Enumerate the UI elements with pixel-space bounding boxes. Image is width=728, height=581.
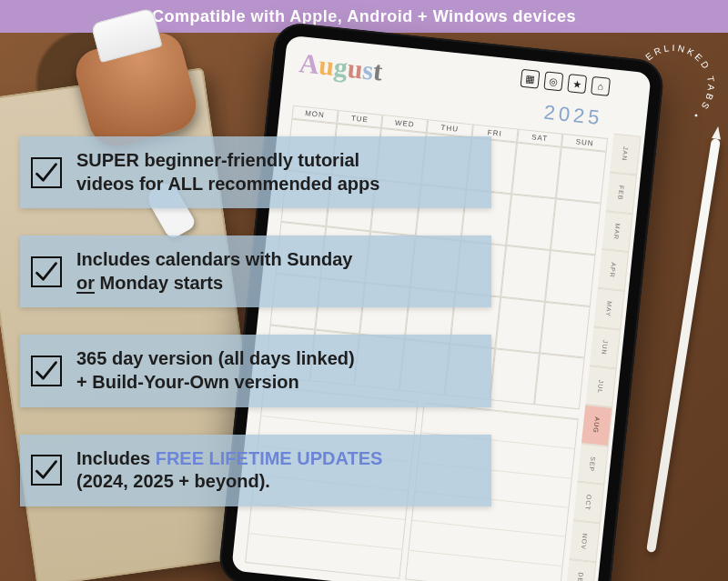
feature-text-line2: + Build-Your-Own version <box>76 372 299 392</box>
tab-oct[interactable]: OCT <box>573 482 604 524</box>
tab-sep[interactable]: SEP <box>577 443 608 485</box>
feature-text-line1: Includes calendars with Sunday <box>76 249 352 269</box>
checkmark-icon <box>31 157 62 188</box>
tab-nov[interactable]: NOV <box>569 521 600 563</box>
tab-mar[interactable]: MAR <box>602 211 632 253</box>
checkmark-icon <box>31 356 62 386</box>
feature-tutorials: SUPER beginner-friendly tutorial videos … <box>20 136 491 208</box>
tab-jun[interactable]: JUN <box>590 327 621 369</box>
feature-text-line2: (2024, 2025 + beyond). <box>76 471 270 491</box>
feature-week-start: Includes calendars with Sunday or Monday… <box>20 235 491 307</box>
banner-text: Compatible with Apple, Android + Windows… <box>152 7 576 26</box>
accent-free-updates: FREE LIFETIME UPDATES <box>156 448 383 468</box>
tab-apr[interactable]: APR <box>598 249 629 291</box>
month-title: August <box>298 47 384 86</box>
tab-jan[interactable]: JAN <box>610 134 641 175</box>
feature-text-line1: 365 day version (all days linked) <box>76 348 355 368</box>
feature-versions: 365 day version (all days linked) + Buil… <box>20 335 491 406</box>
calendar-icon[interactable]: ▦ <box>520 69 540 89</box>
feature-text-line1: SUPER beginner-friendly tutorial <box>76 150 359 170</box>
tab-may[interactable]: MAY <box>593 288 624 330</box>
feature-text-line2: videos for ALL recommended apps <box>76 174 379 194</box>
year-label: 2025 <box>542 101 603 131</box>
tab-aug[interactable]: AUG <box>581 405 612 446</box>
feature-list: SUPER beginner-friendly tutorial videos … <box>20 136 491 506</box>
tab-dec[interactable]: DEC <box>565 559 596 581</box>
grid-icon[interactable]: ◎ <box>543 71 563 91</box>
checkmark-icon <box>31 455 62 486</box>
star-icon[interactable]: ★ <box>567 74 587 94</box>
tab-jul[interactable]: JUL <box>585 366 616 407</box>
home-icon[interactable]: ⌂ <box>591 76 611 96</box>
feature-updates: Includes FREE LIFETIME UPDATES (2024, 20… <box>20 435 491 506</box>
checkmark-icon <box>31 256 62 287</box>
apple-pencil-prop <box>646 138 721 553</box>
tab-feb[interactable]: FEB <box>606 172 637 214</box>
planner-toolbar: ▦ ◎ ★ ⌂ <box>520 69 611 96</box>
underline-or: or <box>76 273 95 293</box>
product-scene: Compatible with Apple, Android + Windows… <box>0 0 728 581</box>
